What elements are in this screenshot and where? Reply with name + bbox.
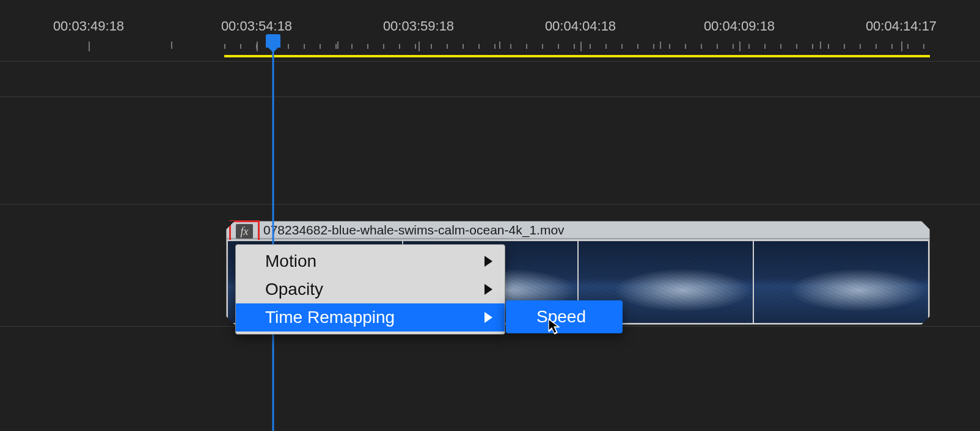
menu-item-label: Motion	[265, 252, 316, 271]
fx-submenu[interactable]: Speed	[506, 300, 623, 333]
track-area[interactable]	[0, 0, 980, 431]
fx-badge-icon[interactable]: fx	[236, 224, 253, 239]
chevron-right-icon	[485, 284, 492, 295]
clip-thumbnail	[754, 241, 928, 323]
track-divider	[0, 61, 980, 62]
menu-item-opacity[interactable]: Opacity	[236, 275, 505, 303]
clip-filename: 078234682-blue-whale-swims-calm-ocean-4k…	[263, 223, 565, 237]
menu-item-label: Time Remapping	[265, 308, 395, 327]
clip-in-marker	[226, 316, 235, 325]
fx-context-menu[interactable]: MotionOpacityTime Remapping	[235, 244, 505, 335]
clip-in-marker	[226, 221, 235, 230]
chevron-right-icon	[485, 312, 492, 323]
playhead-handle[interactable]	[266, 34, 280, 48]
submenu-item-speed[interactable]: Speed	[506, 303, 623, 331]
menu-item-label: Opacity	[265, 280, 323, 299]
clip-header[interactable]: fx 078234682-blue-whale-swims-calm-ocean…	[227, 222, 929, 239]
chevron-right-icon	[485, 256, 492, 267]
track-divider	[0, 204, 980, 205]
clip-out-marker	[921, 316, 930, 325]
menu-item-label: Speed	[536, 307, 586, 327]
clip-out-marker	[921, 221, 930, 230]
track-divider	[0, 96, 980, 97]
menu-item-time-remapping[interactable]: Time Remapping	[236, 303, 505, 331]
menu-item-motion[interactable]: Motion	[236, 247, 505, 275]
